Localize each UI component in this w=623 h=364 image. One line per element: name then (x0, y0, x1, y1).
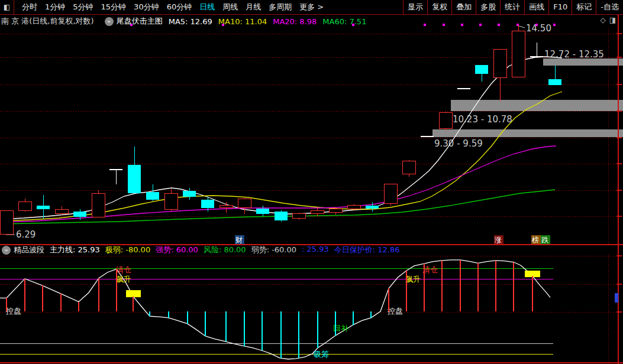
sub-indicator-item-5: 弱势: -60.00 (251, 245, 296, 255)
menu-item-3[interactable]: 多股 (476, 0, 500, 14)
candle-body-down (73, 212, 86, 217)
toolbar-menu: 显示复权叠加多股统计画线F10标记-自选 (403, 0, 623, 14)
indicator-label: 控盘 (387, 307, 403, 316)
indicator-label: 清仓 (116, 265, 131, 274)
collapse-chevron-icon[interactable]: ⌄ (105, 17, 114, 26)
stock-title: 南 京 港(日线,前复权,对数) (1, 16, 94, 27)
period-tab-8[interactable]: 月线 (246, 2, 261, 12)
sub-indicator-item-4: 风险: 80.00 (204, 245, 246, 255)
candle-body-up (238, 199, 251, 208)
menu-item-0[interactable]: 显示 (403, 0, 427, 14)
sub-indicator-values: 精品波段主力线: 25.93极弱: -80.00强势: 60.00风险: 80.… (14, 245, 405, 255)
window-layout-icon[interactable]: ◧ (0, 0, 14, 14)
candle-body-down (146, 192, 159, 200)
candle-body-down (183, 191, 196, 197)
period-tab-1[interactable]: 1分钟 (45, 2, 65, 12)
candle-body-down (128, 165, 141, 193)
event-tag-label[interactable]: 榜 (531, 236, 539, 244)
menu-item-4[interactable]: 统计 (500, 0, 524, 14)
ma-values: MA5: 12.69MA10: 11.04MA20: 8.98MA60: 7.5… (169, 17, 373, 26)
collapse-chevron-icon[interactable]: ⌄ (2, 246, 11, 255)
period-tab-3[interactable]: 15分钟 (101, 2, 127, 12)
period-tab-4[interactable]: 30分钟 (134, 2, 159, 12)
candle-body-up (219, 205, 233, 208)
ma-value-1: MA10: 11.04 (218, 17, 267, 26)
main-indicator-name[interactable]: 尾盘伏击主图 (117, 16, 163, 27)
candle-body-down (256, 209, 269, 214)
ma-value-3: MA60: 7.51 (322, 17, 366, 26)
candle-body-up (292, 214, 305, 219)
period-tab-5[interactable]: 60分钟 (167, 2, 192, 12)
ma-line-ma20 (0, 146, 556, 222)
candle-body-up (164, 193, 177, 210)
indicator-label: 吸筹 (314, 350, 329, 359)
price-band-label: 12.72 - 12.35 (544, 49, 604, 60)
ma-value-2: MA20: 8.98 (273, 17, 317, 26)
candle-body-down (37, 206, 50, 209)
sub-indicator-item-6: : 25.93 (302, 245, 329, 255)
candle-body-up (347, 206, 360, 209)
candle-body-up (384, 184, 397, 204)
chart-canvas[interactable]: 12.72 - 12.3510.23 - 10.789.30 - 9.5914.… (0, 0, 623, 364)
event-tag-label[interactable]: 财 (235, 236, 243, 244)
period-tab-2[interactable]: 5分钟 (73, 2, 93, 12)
split-window-icon[interactable]: ◨ (609, 16, 619, 24)
candle-body-up (512, 31, 525, 77)
price-band (432, 129, 623, 137)
chart-header: 南 京 港(日线,前复权,对数) ⌄ 尾盘伏击主图 MA5: 12.69MA10… (0, 15, 623, 28)
event-tag-label[interactable]: 跌 (541, 236, 548, 244)
event-tag-label[interactable]: 涨 (494, 236, 502, 244)
ma-value-0: MA5: 12.69 (169, 17, 212, 26)
signal-rect (126, 290, 141, 297)
menu-item-1[interactable]: 复权 (427, 0, 451, 14)
candle-body-up (0, 211, 13, 234)
candle-body-up (493, 49, 506, 77)
candle-body-up (18, 202, 31, 210)
scrollbar-thumb[interactable] (615, 293, 618, 303)
sub-indicator-item-3: 强势: 60.00 (156, 245, 198, 255)
main-force-line (0, 260, 550, 359)
frame (0, 15, 623, 364)
indicator-label: 清仓 (422, 265, 438, 274)
sub-indicator-item-2: 极弱: -80.00 (105, 245, 150, 255)
candle-body-up (439, 113, 452, 129)
period-tab-6[interactable]: 日线 (199, 2, 215, 12)
menu-item-7[interactable]: 标记 (572, 0, 596, 14)
indicator-label: 飙升 (405, 275, 421, 284)
candle-body-up (329, 209, 342, 213)
sub-indicator-item-7: 今日保护价: 12.86 (334, 245, 400, 255)
candle-body-up (92, 193, 105, 217)
diamond-icon[interactable]: ◇ (600, 16, 609, 24)
candle-body-down (201, 200, 214, 208)
menu-item-8[interactable]: -自选 (596, 0, 623, 14)
candle-body-up (55, 210, 68, 213)
candle-body-down (475, 65, 488, 73)
price-annotation: 6.29 (16, 229, 35, 240)
sub-indicator-header: ⌄ 精品波段主力线: 25.93极弱: -80.00强势: 60.00风险: 8… (0, 245, 623, 255)
price-band-label: 10.23 - 10.78 (453, 114, 512, 125)
candle-body-up (311, 211, 324, 214)
candle-body-down (366, 206, 379, 209)
candle-body-down (548, 79, 561, 85)
period-tab-7[interactable]: 周线 (222, 2, 238, 12)
indicator-label: 飙升 (116, 275, 131, 284)
toolbar: ◧ 分时1分钟5分钟15分钟30分钟60分钟日线周线月线多周期更多 > 显示复权… (0, 0, 623, 15)
period-tab-0[interactable]: 分时 (22, 2, 37, 12)
period-tab-10[interactable]: 更多 > (299, 2, 324, 12)
sub-indicator-item-0: 精品波段 (14, 245, 44, 255)
period-tab-9[interactable]: 多周期 (269, 2, 292, 12)
price-band (451, 100, 623, 111)
header-corner-icons: ◇◨ (600, 16, 619, 24)
price-band-label: 9.30 - 9.59 (434, 138, 483, 149)
sub-indicator-item-1: 主力线: 25.93 (50, 245, 100, 255)
menu-item-2[interactable]: 叠加 (451, 0, 476, 14)
sub-indicator-panel: 控盘清仓飙升清仓飙升控盘回补吸筹 (0, 255, 618, 363)
candle-body-up (402, 161, 415, 174)
menu-item-6[interactable]: F10 (548, 0, 572, 14)
candle-body-down (275, 212, 288, 220)
indicator-label: 控盘 (5, 307, 21, 316)
menu-item-5[interactable]: 画线 (524, 0, 548, 14)
period-tabs: 分时1分钟5分钟15分钟30分钟60分钟日线周线月线多周期更多 > (14, 2, 324, 12)
